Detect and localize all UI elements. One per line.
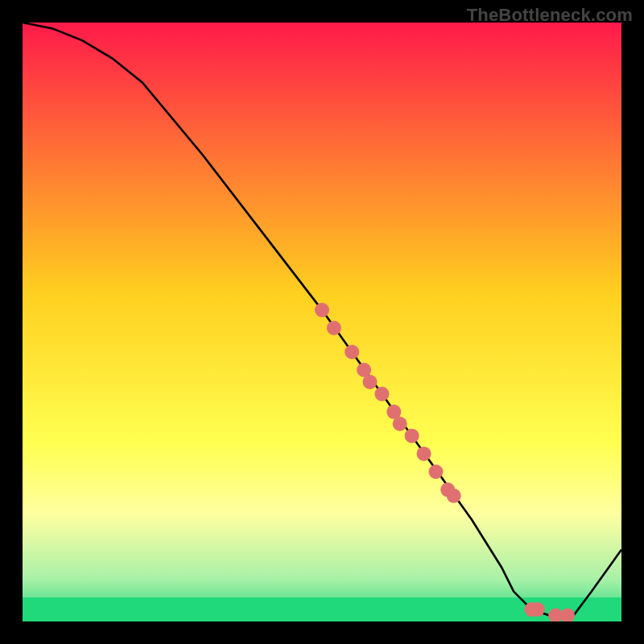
data-point (327, 320, 341, 335)
data-point (345, 345, 359, 359)
gradient-backdrop (23, 23, 621, 621)
data-point (447, 489, 461, 503)
plot-area (23, 23, 621, 621)
data-point (428, 464, 443, 479)
chart-container: TheBottleneck.com (0, 0, 644, 644)
chart-svg (23, 23, 621, 621)
data-point (405, 428, 419, 443)
data-point (315, 303, 329, 317)
data-point (393, 417, 407, 431)
data-point (374, 386, 389, 401)
data-point (417, 447, 431, 461)
data-point (363, 374, 378, 389)
data-point (530, 602, 545, 617)
